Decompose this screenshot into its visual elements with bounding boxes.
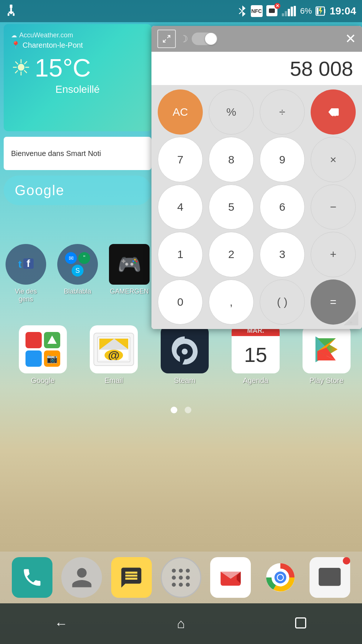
- svg-rect-3: [8, 13, 10, 16]
- time-display: 19:04: [329, 5, 356, 17]
- svg-point-34: [186, 576, 190, 580]
- calc-close-button[interactable]: ✕: [345, 32, 356, 45]
- calc-watermark: ///: [344, 311, 358, 325]
- app-blablabla[interactable]: ✉ " S Blablabla: [55, 244, 100, 295]
- steam-label: Steam: [174, 376, 195, 385]
- svg-rect-43: [296, 618, 306, 628]
- play-store-label: Play Store: [310, 376, 344, 385]
- agenda-label: Agenda: [243, 376, 269, 385]
- svg-rect-11: [288, 9, 290, 16]
- calc-btn-ac[interactable]: AC: [158, 89, 203, 135]
- svg-point-33: [179, 576, 183, 580]
- calc-btn-0[interactable]: 0: [158, 279, 203, 325]
- weather-main: ☀ 15°C: [11, 53, 144, 82]
- app-play-store[interactable]: Play Store: [301, 325, 352, 385]
- google-icon: 📷: [19, 325, 67, 373]
- smart-notification: Bienvenue dans Smart Noti: [4, 137, 151, 170]
- calc-toggle[interactable]: [192, 33, 218, 45]
- status-left-icons: [6, 4, 16, 18]
- svg-rect-10: [285, 11, 287, 16]
- weather-widget: ☁ AccuWeather.com 📍 Charenton-le-Pont ☀ …: [4, 24, 151, 131]
- calc-btn-5[interactable]: 5: [209, 184, 254, 230]
- dock-contacts[interactable]: [61, 557, 102, 598]
- google-search-bar[interactable]: Google: [4, 176, 151, 205]
- svg-line-8: [239, 11, 242, 14]
- signal-icon: [282, 5, 297, 17]
- svg-point-42: [277, 575, 283, 580]
- smart-notif-text: Bienvenue dans Smart Noti: [11, 149, 101, 158]
- google-label-row2: Google: [31, 376, 55, 385]
- calc-btn-comma[interactable]: ,: [209, 279, 254, 325]
- calc-btn-divide[interactable]: ÷: [260, 89, 305, 135]
- dock-gmail[interactable]: [210, 557, 251, 598]
- back-button[interactable]: ←: [47, 609, 75, 639]
- gamergen-label: GAMERGEN: [110, 288, 148, 295]
- calc-expand-button[interactable]: [157, 30, 176, 48]
- svg-rect-13: [294, 6, 296, 16]
- svg-point-30: [179, 569, 183, 573]
- weather-temp: 15°C: [35, 53, 91, 82]
- dock-app-drawer[interactable]: [161, 557, 201, 598]
- svg-rect-12: [291, 7, 293, 16]
- page-dot-2[interactable]: [185, 407, 191, 413]
- app-agenda[interactable]: MAR. 15 Agenda: [230, 325, 281, 385]
- calc-btn-percent[interactable]: %: [209, 89, 254, 135]
- calc-btn-2[interactable]: 2: [209, 232, 254, 277]
- blablabla-icon: ✉ " S: [57, 244, 98, 285]
- svg-point-35: [172, 583, 176, 587]
- svg-rect-2: [8, 11, 14, 13]
- app-email[interactable]: @ Email: [88, 325, 140, 385]
- calc-btn-8[interactable]: 8: [209, 137, 254, 182]
- calc-btn-multiply[interactable]: ×: [311, 137, 356, 182]
- calc-toolbar-left: ☽: [157, 30, 218, 48]
- svg-point-29: [172, 569, 176, 573]
- svg-marker-5: [242, 6, 246, 11]
- dock-phone[interactable]: [12, 557, 52, 598]
- sun-icon: ☀: [11, 55, 31, 81]
- calc-btn-1[interactable]: 1: [158, 232, 203, 277]
- svg-marker-17: [319, 8, 322, 14]
- calc-titlebar: ☽ ✕: [151, 26, 362, 52]
- calc-btn-minus[interactable]: −: [311, 184, 356, 230]
- calc-btn-4[interactable]: 4: [158, 184, 203, 230]
- email-label: Email: [105, 376, 123, 385]
- svg-point-36: [179, 583, 183, 587]
- calc-display: 58 008: [151, 52, 362, 85]
- calculator: ☽ ✕ 58 008 AC % ÷ 7 8 9 × 4 5 6 − 1 2: [151, 26, 362, 329]
- home-button[interactable]: ⌂: [170, 609, 192, 639]
- page-dot-1[interactable]: [171, 407, 177, 413]
- calc-toggle-thumb: [205, 33, 217, 45]
- svg-rect-15: [325, 9, 325, 13]
- calc-btn-9[interactable]: 9: [260, 137, 305, 182]
- page-dots: [0, 407, 362, 413]
- dock-messages[interactable]: [111, 557, 152, 598]
- calc-btn-plus[interactable]: +: [311, 232, 356, 277]
- app-row-2: 📷 Google @ Email: [4, 325, 362, 385]
- app-steam[interactable]: Steam: [159, 325, 211, 385]
- calc-btn-6[interactable]: 6: [260, 184, 305, 230]
- app-google[interactable]: 📷 Google: [17, 325, 69, 385]
- svg-marker-6: [242, 11, 246, 17]
- svg-point-31: [186, 569, 190, 573]
- calc-btn-7[interactable]: 7: [158, 137, 203, 182]
- weather-condition: Ensoleillé: [11, 84, 144, 95]
- dock-camera[interactable]: [310, 557, 350, 598]
- svg-marker-18: [48, 336, 57, 344]
- calc-btn-3[interactable]: 3: [260, 232, 305, 277]
- calc-btn-backspace[interactable]: [311, 89, 356, 135]
- svg-rect-0: [10, 5, 13, 8]
- app-gamergen[interactable]: 🎮 GAMERGEN: [107, 244, 151, 295]
- calc-btn-paren[interactable]: ( ): [260, 279, 305, 325]
- svg-line-7: [239, 8, 242, 11]
- recent-button[interactable]: [287, 609, 315, 638]
- battery-percent: 6%: [300, 6, 312, 16]
- svg-line-44: [167, 35, 170, 38]
- calendar-icon: MAR. 15: [232, 325, 280, 373]
- app-vie-des-gens[interactable]: t f Vie desgens: [4, 244, 48, 303]
- vie-des-gens-label: Vie desgens: [15, 288, 37, 303]
- dock-chrome[interactable]: [260, 557, 301, 598]
- svg-rect-16: [317, 8, 319, 14]
- weather-site: ☁ AccuWeather.com: [11, 31, 144, 39]
- status-bar: NFC ✕ 6% 19:04: [0, 0, 362, 22]
- battery-icon: [315, 5, 326, 17]
